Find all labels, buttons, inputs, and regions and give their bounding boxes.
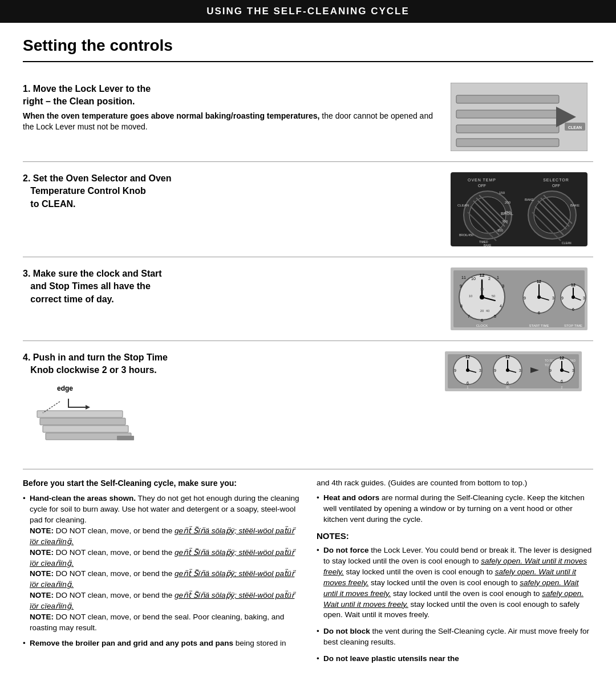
header-title: USING THE SELF-CLEANING CYCLE	[206, 6, 410, 17]
svg-text:SELECTOR: SELECTOR	[543, 178, 569, 182]
svg-text:12: 12	[465, 355, 470, 359]
svg-text:11: 11	[461, 275, 466, 279]
heat-odors-bold: Heat and odors	[323, 493, 379, 502]
step-1-row: 1. Move the Lock Lever to the right – th…	[23, 72, 593, 162]
svg-text:9: 9	[561, 296, 564, 300]
note-2-text: DO NOT clean, move, or bend the gen̈ẗ S…	[30, 548, 294, 568]
svg-text:1: 1	[497, 275, 499, 279]
page-header: USING THE SELF-CLEANING CYCLE	[0, 0, 616, 23]
svg-rect-85	[40, 418, 125, 425]
svg-text:3: 3	[552, 296, 554, 300]
note-1-label: NOTE:	[30, 526, 54, 535]
svg-text:OFF: OFF	[552, 184, 560, 188]
note-2-label: NOTE:	[30, 548, 54, 557]
step-4-row: 4. Push in and turn the Stop Time Knob c…	[23, 341, 593, 469]
svg-point-74	[572, 295, 575, 299]
svg-text:9: 9	[549, 368, 552, 372]
step-3-image: 12 3 6 9 1 11 8 4 7 5 10 2	[445, 268, 593, 330]
step-2-title-line3: to CLEAN.	[30, 199, 75, 209]
svg-text:BROIL: BROIL	[501, 212, 514, 216]
note-5-text: DO NOT clean, move, or bend the seal. Po…	[30, 613, 284, 632]
svg-point-107	[506, 368, 509, 372]
before-start-heading: Before you start the Self-Cleaning cycle…	[23, 478, 299, 489]
door-stack-svg	[29, 396, 143, 459]
svg-text:6: 6	[561, 379, 563, 383]
note-1-text: DO NOT clean, move, or bend the gen̈ẗ S…	[30, 526, 294, 546]
svg-text:STOP TIME: STOP TIME	[564, 324, 582, 327]
step-3-number: 3.	[23, 269, 30, 278]
svg-text:7: 7	[468, 314, 470, 318]
bullet-remove-pan: Remove the broiler pan and grid and any …	[23, 638, 299, 649]
svg-text:6: 6	[538, 311, 540, 315]
svg-text:OFF: OFF	[478, 184, 486, 188]
svg-text:40: 40	[486, 309, 490, 313]
svg-text:2: 2	[561, 386, 563, 389]
note-do-not-force: Do not force the Lock Lever. You could b…	[317, 545, 593, 621]
step-4-title: 4. Push in and turn the Stop Time Knob c…	[23, 351, 433, 377]
bottom-right-col: and 4th rack guides. (Guides are counted…	[317, 478, 593, 670]
svg-text:6: 6	[572, 307, 574, 311]
svg-marker-87	[86, 405, 90, 410]
bullet-hand-clean: Hand-clean the areas shown. They do not …	[23, 493, 299, 634]
svg-rect-1	[456, 95, 559, 103]
svg-point-99	[466, 368, 469, 372]
svg-text:CLEAN: CLEAN	[457, 204, 469, 207]
stop-time-diagram: 12 3 6 9 12 3 6 9 TO SET MINUTE HAND	[445, 351, 582, 391]
svg-rect-86	[37, 411, 123, 418]
note-force-bold: Do not force	[323, 546, 369, 554]
svg-point-118	[560, 368, 564, 372]
svg-text:BAKE: BAKE	[484, 244, 492, 246]
step-2-title-line1: Set the Oven Selector and Oven	[33, 173, 172, 183]
svg-text:12: 12	[537, 279, 541, 283]
svg-text:BAKE: BAKE	[525, 198, 534, 201]
step-2-row: 2. Set the Oven Selector and Oven Temper…	[23, 162, 593, 257]
svg-rect-84	[43, 425, 128, 432]
svg-text:3: 3	[519, 368, 521, 372]
svg-text:200: 200	[505, 201, 511, 204]
svg-text:9: 9	[460, 283, 463, 289]
note-leave-bold: Do not leave plastic utensils near the	[323, 654, 459, 663]
svg-text:12: 12	[571, 283, 576, 287]
svg-rect-4	[456, 139, 559, 147]
svg-text:2: 2	[488, 277, 491, 281]
step-1-title-line2: right – the Clean position.	[23, 96, 135, 106]
svg-text:12: 12	[480, 273, 485, 278]
step-3-text: 3. Make sure the clock and Start and Sto…	[23, 268, 433, 308]
svg-text:12: 12	[505, 355, 510, 359]
svg-text:6: 6	[506, 381, 509, 385]
svg-text:8: 8	[460, 304, 463, 308]
note-5-label: NOTE:	[30, 613, 54, 621]
note-4-label: NOTE:	[30, 591, 54, 599]
section-title: Setting the controls	[23, 34, 593, 62]
step-1-title-line1: Move the Lock Lever to the	[33, 84, 151, 94]
svg-text:3: 3	[479, 368, 481, 372]
svg-text:BROIL/450: BROIL/450	[459, 233, 473, 237]
svg-rect-88	[117, 436, 134, 440]
step-2-image: OVEN TEMP SELECTOR OFF OFF CLEAN 150 200…	[445, 172, 593, 246]
step-1-number: 1.	[23, 84, 30, 94]
step-3-row: 3. Make sure the clock and Start and Sto…	[23, 257, 593, 341]
svg-text:9: 9	[524, 296, 526, 300]
svg-text:START TIME: START TIME	[529, 324, 549, 327]
bottom-left-col: Before you start the Self-Cleaning cycle…	[23, 478, 299, 670]
svg-point-66	[537, 295, 541, 299]
svg-text:10: 10	[469, 294, 473, 298]
svg-text:20: 20	[480, 309, 484, 313]
svg-rect-3	[456, 125, 559, 133]
svg-text:150: 150	[499, 191, 505, 194]
svg-text:4: 4	[500, 304, 502, 308]
oven-knobs-diagram: OVEN TEMP SELECTOR OFF OFF CLEAN 150 200…	[451, 172, 587, 246]
step-1-image: CLEAN	[445, 83, 593, 151]
svg-text:3: 3	[572, 368, 574, 372]
rack-text: and 4th rack guides. (Guides are counted…	[317, 478, 593, 489]
step-4-title-line1: Push in and turn the Stop Time	[33, 352, 168, 362]
svg-text:BAKE: BAKE	[570, 204, 579, 207]
svg-text:10: 10	[471, 277, 476, 281]
notes-section: NOTES: Do not force the Lock Lever. You …	[317, 530, 593, 664]
main-content: Setting the controls 1. Move the Lock Le…	[0, 23, 616, 687]
step-3-title-line1: Make sure the clock and Start	[33, 269, 162, 278]
note-3-text: DO NOT clean, move, or bend the gen̈ẗ S…	[30, 569, 294, 589]
note-block-bold: Do not block	[323, 627, 370, 635]
note-4-text: DO NOT clean, move, or bend the gen̈ẗ S…	[30, 591, 294, 610]
svg-text:350: 350	[497, 229, 504, 232]
